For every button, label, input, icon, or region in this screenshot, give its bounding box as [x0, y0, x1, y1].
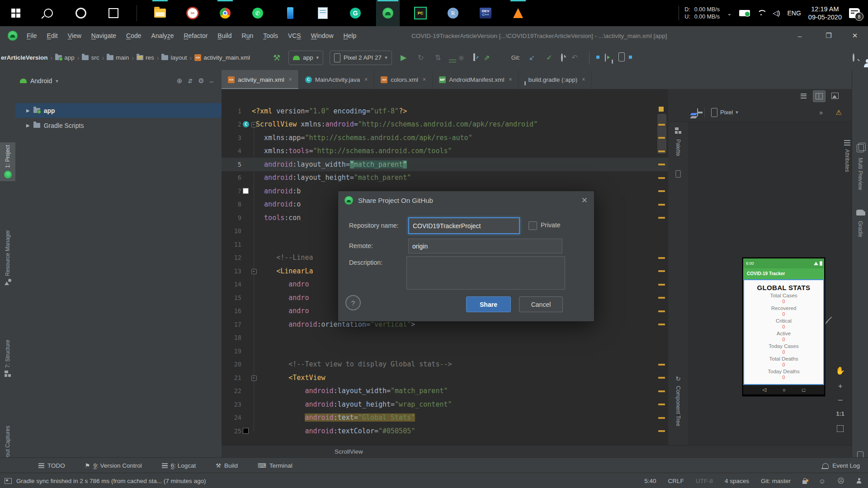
dev-cpp-taskbar-icon[interactable]: DEVC++: [474, 0, 497, 26]
menu-file[interactable]: File: [22, 32, 42, 39]
menu-code[interactable]: Code: [121, 32, 146, 39]
tab-close-icon[interactable]: ×: [364, 76, 368, 83]
r-taskbar-icon[interactable]: R: [442, 0, 464, 26]
tool-window-logcat[interactable]: 6: Logcat: [162, 462, 196, 469]
code-line-21[interactable]: 21 <TextView: [222, 371, 668, 385]
tool-window-build[interactable]: ⚒Build: [216, 462, 238, 469]
share-button[interactable]: Share: [466, 296, 511, 312]
attributes-tab[interactable]: Attributes: [842, 140, 852, 172]
remote-input[interactable]: [408, 239, 562, 253]
dialog-title-bar[interactable]: Share Project On GitHub: [338, 191, 594, 209]
minimize-button[interactable]: –: [789, 26, 810, 45]
breadcrumb-src[interactable]: src: [82, 54, 99, 61]
scroll-mark[interactable]: [658, 284, 665, 286]
caret-position[interactable]: 5:40: [644, 478, 656, 484]
zoom-to-fit-icon[interactable]: [837, 425, 844, 432]
file-encoding[interactable]: UTF-8: [696, 478, 713, 484]
code-line-6[interactable]: 6 android:layout_height="match_parent": [222, 171, 668, 185]
code-line-3[interactable]: 3 xmlns:app="http://schemas.android.com/…: [222, 131, 668, 145]
scroll-mark[interactable]: [658, 204, 665, 206]
code-line-5[interactable]: 5 android:layout_width="match_parent": [222, 158, 668, 171]
pycharm-taskbar-icon[interactable]: PC: [409, 0, 432, 26]
scroll-mark[interactable]: [658, 124, 665, 126]
task-view-taskbar-icon[interactable]: [102, 0, 125, 26]
menu-tools[interactable]: Tools: [258, 32, 283, 39]
breadcrumb-main[interactable]: main: [107, 54, 129, 61]
scrollbar-thumb[interactable]: [657, 114, 666, 154]
cortana-taskbar-icon[interactable]: [70, 0, 92, 26]
indent-setting[interactable]: 4 spaces: [725, 478, 749, 484]
tab-androidmanifest-xml[interactable]: MFAndroidManifest.xml×: [433, 70, 519, 89]
menu-edit[interactable]: Edit: [42, 32, 63, 39]
notification-center-icon[interactable]: 8: [849, 8, 860, 18]
git-update-icon[interactable]: ↙: [527, 52, 538, 63]
notepad-taskbar-icon[interactable]: [311, 0, 334, 26]
code-line-22[interactable]: 22 android:layout_width="match_parent": [222, 385, 668, 398]
git-commit-icon[interactable]: ✓: [544, 52, 555, 63]
code-line-24[interactable]: 24 android:text="Global Stats": [222, 411, 668, 425]
tab-close-icon[interactable]: ×: [509, 76, 512, 83]
private-checkbox[interactable]: [528, 221, 537, 230]
run-configuration-select[interactable]: app ▾: [288, 51, 323, 65]
device-manager-icon[interactable]: [618, 52, 625, 63]
tool-window-toggle-icon[interactable]: [5, 478, 12, 484]
tool-button-resource-manager[interactable]: Resource Manager: [0, 227, 15, 288]
more-actions-chevrons[interactable]: »: [819, 109, 823, 116]
line-separator[interactable]: CRLF: [668, 478, 684, 484]
tool-button-multi-preview[interactable]: Multi Preview: [852, 142, 868, 192]
nav-back-icon[interactable]: ◁: [762, 387, 766, 393]
snipping-tool-taskbar-icon[interactable]: ✂: [181, 0, 204, 26]
scroll-mark[interactable]: [658, 310, 665, 312]
tool-button-gradle[interactable]: Gradle: [852, 208, 868, 239]
maximize-button[interactable]: ❐: [818, 26, 839, 45]
preview-scrollview[interactable]: GLOBAL STATS Total Cases0Recovered0Criti…: [743, 279, 824, 385]
code-line-20[interactable]: 20 <!--Text view to display Global stats…: [222, 358, 668, 371]
expand-arrow-icon[interactable]: ▶: [26, 108, 30, 113]
scroll-mark[interactable]: [658, 417, 665, 419]
volume-icon[interactable]: ◁): [773, 9, 780, 17]
attach-debugger-icon[interactable]: ⎈: [456, 52, 467, 63]
sad-face-icon[interactable]: ☹: [837, 477, 844, 485]
breadcrumb-erArticleVersion[interactable]: erArticleVersion: [1, 54, 48, 61]
build-hammer-icon[interactable]: ⚒: [271, 52, 282, 63]
code-line-4[interactable]: 4 xmlns:tools="http://schemas.android.co…: [222, 145, 668, 158]
close-button[interactable]: ✕: [844, 26, 865, 45]
dialog-close-icon[interactable]: ✕: [581, 196, 588, 205]
scroll-mark[interactable]: [658, 404, 665, 405]
scroll-mark[interactable]: [658, 177, 665, 179]
tray-chevron-icon[interactable]: ⌄: [727, 10, 732, 17]
code-line-2[interactable]: 2C<ScrollView xmlns:android="http://sche…: [222, 118, 668, 131]
menu-window[interactable]: Window: [306, 32, 339, 39]
collapse-all-icon[interactable]: ⇵: [188, 78, 193, 84]
tree-row-gradle-scripts[interactable]: ▶Gradle Scripts: [15, 118, 222, 133]
color-swatch-icon[interactable]: [243, 428, 249, 434]
menu-view[interactable]: View: [63, 32, 86, 39]
breadcrumb-activity_main.xml[interactable]: <>activity_main.xml: [194, 54, 250, 61]
fold-icon[interactable]: [251, 122, 257, 127]
gradle-notification-icon[interactable]: [856, 478, 862, 483]
run-button[interactable]: ▶: [398, 52, 409, 63]
pan-hand-icon[interactable]: ✋: [835, 366, 845, 375]
cancel-button[interactable]: Cancel: [519, 296, 563, 312]
run-on-emulator-icon[interactable]: [605, 54, 606, 61]
tab-mainactivity-java[interactable]: CMainActivity.java×: [299, 70, 375, 89]
network-meter[interactable]: D: 0.00 MB/s U: 0.00 MB/s: [679, 6, 720, 20]
code-line-23[interactable]: 23 android:layout_height="wrap_content": [222, 398, 668, 411]
locate-file-icon[interactable]: ⊕: [177, 77, 183, 85]
tab-close-icon[interactable]: ×: [423, 76, 426, 83]
menu-vcs[interactable]: VCS: [283, 32, 306, 39]
tab-close-icon[interactable]: ×: [582, 76, 585, 83]
tool-button-1-project[interactable]: 1: Project: [0, 142, 15, 181]
tool-window-todo[interactable]: TODO: [38, 462, 65, 469]
settings-gear-icon[interactable]: ⚙: [198, 77, 204, 85]
scroll-mark[interactable]: [658, 364, 665, 366]
analysis-status-square[interactable]: [659, 107, 664, 112]
scroll-mark[interactable]: [658, 390, 665, 392]
tool-button-7-structure[interactable]: 7: Structure: [0, 337, 15, 380]
android-studio-taskbar-icon[interactable]: [377, 0, 399, 26]
palette-tab[interactable]: Palette: [675, 139, 681, 156]
happy-face-icon[interactable]: ☺: [819, 477, 826, 485]
scroll-mark[interactable]: [658, 270, 665, 272]
nav-recents-icon[interactable]: □: [802, 387, 805, 393]
breadcrumb-layout[interactable]: layout: [161, 54, 187, 61]
